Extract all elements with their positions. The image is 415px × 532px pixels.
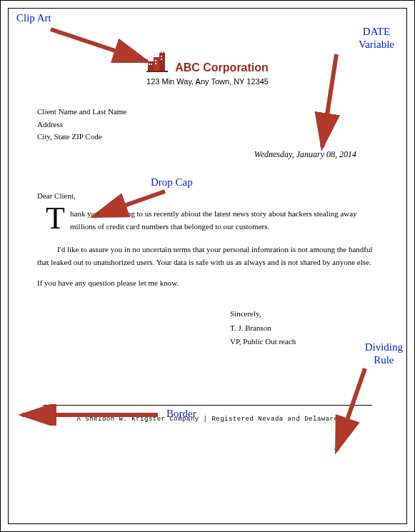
svg-rect-3 [161,51,161,54]
company-address: 123 Min Way, Any Town, NY 12345 [37,77,378,86]
body-paragraph-3: If you have any question please let me k… [37,276,378,290]
body-paragraph-1: T hank you for writing to us recently ab… [37,207,378,236]
date-field: Wednesday, January 08, 2014 [37,149,378,160]
svg-rect-9 [155,63,156,64]
body-p1-text: hank you for writing to us recently abio… [70,209,357,231]
letterhead: ABC Corporation 123 Min Way, Any Town, N… [37,51,378,86]
svg-rect-6 [149,64,150,65]
logo-row: ABC Corporation [146,51,269,74]
building-clipart-icon [146,51,171,74]
recipient-city-state-zip: City, State ZIP Code [37,131,378,144]
svg-rect-10 [161,56,162,57]
salutation: Dear Client, [37,191,378,200]
svg-rect-5 [146,71,168,72]
svg-rect-8 [155,60,156,61]
recipient-block: Client Name and Last Name Address City, … [37,106,378,144]
signature-name: T. J. Branson [230,321,378,336]
svg-rect-0 [148,61,154,71]
company-name: ABC Corporation [175,61,269,74]
footer-text: A Sheldon W. Krigster Company | Register… [37,416,378,423]
dividing-rule [43,405,372,406]
document-page: ABC Corporation 123 Min Way, Any Town, N… [8,8,407,524]
drop-cap-letter: T [46,203,65,234]
svg-rect-7 [151,64,152,65]
svg-rect-2 [159,53,165,71]
recipient-name: Client Name and Last Name [37,106,378,119]
signature-block: Sincerely, T. J. Branson VP, Public Out … [230,307,378,349]
recipient-address: Address [37,119,378,131]
signature-title: VP, Public Out reach [230,335,378,349]
svg-rect-4 [164,51,164,54]
body-paragraph-2: I'd like to assure you in no uncertain t… [37,243,378,269]
signature-closing: Sincerely, [230,307,378,321]
svg-rect-11 [161,59,162,60]
